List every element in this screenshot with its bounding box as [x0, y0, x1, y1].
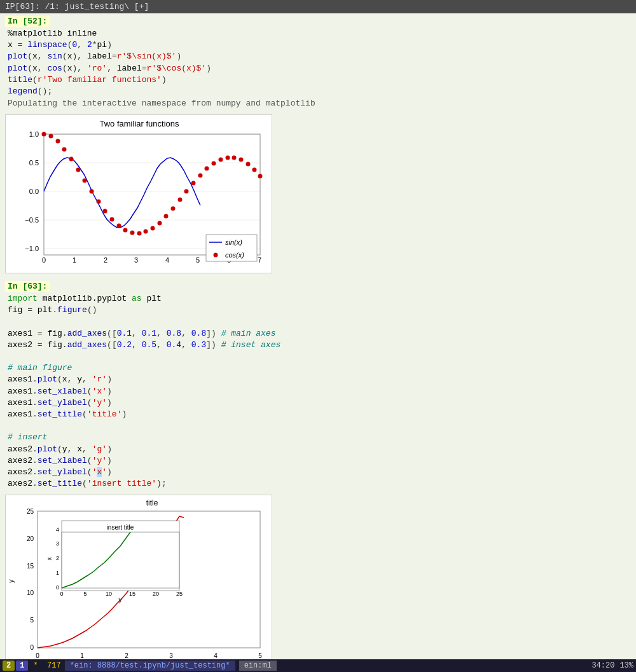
svg-point-43: [205, 167, 209, 171]
code-line: axes2.set_title('insert title');: [8, 478, 631, 490]
svg-text:25: 25: [27, 508, 34, 515]
svg-text:10: 10: [27, 589, 34, 596]
svg-point-46: [226, 156, 230, 160]
svg-point-42: [198, 174, 203, 178]
status-left: 2 1 * 717 *ein: 8888/test.ipynb/just_tes…: [3, 661, 277, 671]
svg-text:cos(x): cos(x): [225, 251, 244, 259]
cell-2: In [63]: import matplotlib.pyplot as plt…: [0, 278, 636, 492]
code-line: legend();: [8, 86, 631, 97]
svg-text:y: y: [119, 596, 122, 603]
svg-text:3: 3: [169, 652, 173, 659]
svg-text:5: 5: [258, 652, 262, 659]
code-line: axes1.set_ylabel('y'): [8, 397, 631, 409]
status-right: 34:20 13%: [591, 661, 633, 670]
plot1-title: Two familiar functions: [100, 119, 179, 128]
status-mode: ein:ml: [239, 661, 277, 671]
svg-point-25: [83, 179, 87, 183]
svg-point-47: [232, 156, 237, 160]
code-line: axes2.plot(y, x, 'g'): [8, 444, 631, 455]
svg-point-30: [117, 224, 121, 228]
svg-text:15: 15: [129, 591, 135, 597]
code-line: plot(x, cos(x), 'ro', label=r'$\cos(x)$'…: [8, 63, 631, 74]
svg-point-35: [151, 226, 155, 231]
plot-2-container: title 0 5 10 15 20 25 0 1 2 3 4 5 x y: [0, 492, 636, 671]
svg-point-50: [252, 168, 257, 172]
code-line: axes1.set_xlabel('x'): [8, 386, 631, 397]
svg-text:5: 5: [83, 591, 86, 597]
svg-point-32: [130, 231, 135, 235]
svg-point-34: [144, 230, 148, 234]
svg-point-21: [56, 139, 60, 144]
code-line: axes2.set_ylabel('x'): [8, 467, 631, 478]
svg-point-44: [212, 161, 216, 166]
code-line: fig = plt.figure(): [8, 305, 631, 316]
svg-text:1: 1: [56, 570, 59, 576]
code-line: axes1 = fig.add_axes([0.1, 0.1, 0.8, 0.8…: [8, 328, 631, 339]
cell-1: In [52]: %matplotlib inline x = linspace…: [0, 13, 636, 112]
plot-1-svg: Two familiar functions 1.0 0.5 0.0 −0.5 …: [5, 114, 272, 273]
plot-1-container: Two familiar functions 1.0 0.5 0.0 −0.5 …: [0, 112, 636, 278]
code-line: %matplotlib inline: [8, 28, 631, 39]
svg-text:3: 3: [56, 540, 59, 547]
svg-text:0.5: 0.5: [29, 159, 39, 167]
code-line: [8, 317, 631, 328]
svg-point-33: [137, 231, 142, 236]
svg-point-45: [219, 158, 223, 162]
title-text: IP[63]: /1: just_testing\ [+]: [5, 2, 149, 11]
svg-point-49: [246, 162, 251, 167]
svg-point-55: [214, 253, 218, 257]
svg-text:insert title: insert title: [107, 524, 134, 531]
svg-text:−1.0: −1.0: [25, 245, 39, 252]
svg-point-23: [69, 157, 74, 161]
plot-2-svg: title 0 5 10 15 20 25 0 1 2 3 4 5 x y: [5, 495, 272, 666]
main-title: title: [146, 498, 158, 507]
code-line: axes2.set_xlabel('y'): [8, 455, 631, 467]
svg-text:0: 0: [56, 584, 59, 591]
code-line: x = linspace(0, 2*pi): [8, 39, 631, 51]
svg-point-28: [103, 209, 107, 214]
svg-text:x: x: [46, 558, 53, 561]
svg-text:0: 0: [42, 256, 46, 264]
svg-point-37: [164, 214, 169, 219]
code-line: # insert: [8, 432, 631, 443]
cell-2-code: import matplotlib.pyplot as plt fig = pl…: [5, 293, 631, 490]
status-bar: 2 1 * 717 *ein: 8888/test.ipynb/just_tes…: [0, 659, 636, 672]
code-line: [8, 351, 631, 362]
code-line: import matplotlib.pyplot as plt: [8, 293, 631, 305]
svg-text:15: 15: [27, 563, 34, 570]
svg-point-22: [62, 147, 67, 152]
status-num-1[interactable]: 1: [16, 661, 28, 671]
scroll-percent: 13%: [619, 661, 633, 670]
svg-point-48: [239, 158, 244, 162]
cell-1-output: Populating the interactive namespace fro…: [5, 97, 631, 109]
svg-point-31: [123, 228, 128, 233]
svg-text:0.0: 0.0: [29, 188, 39, 195]
svg-point-20: [49, 134, 53, 139]
svg-point-29: [110, 217, 114, 222]
cell-1-code: %matplotlib inline x = linspace(0, 2*pi)…: [5, 28, 631, 97]
svg-text:sin(x): sin(x): [225, 238, 242, 246]
svg-text:0: 0: [30, 644, 34, 651]
svg-point-19: [42, 132, 46, 137]
code-line: axes2 = fig.add_axes([0.2, 0.5, 0.4, 0.3…: [8, 339, 631, 351]
svg-text:3: 3: [134, 256, 138, 264]
svg-text:5: 5: [196, 256, 200, 264]
cell-2-label[interactable]: In [63]:: [5, 281, 50, 292]
svg-text:0: 0: [36, 652, 39, 659]
svg-text:25: 25: [176, 591, 183, 597]
svg-point-36: [158, 221, 162, 226]
svg-text:1: 1: [80, 652, 84, 659]
code-line: [8, 420, 631, 432]
cell-1-label[interactable]: In [52]:: [5, 16, 50, 27]
svg-text:0: 0: [60, 591, 63, 597]
svg-text:20: 20: [153, 591, 159, 597]
svg-point-24: [76, 168, 81, 172]
code-line: title(r'Two familiar functions'): [8, 74, 631, 86]
code-line: plot(x, sin(x), label=r'$\sin(x)$'): [8, 51, 631, 62]
status-num-2[interactable]: 2: [3, 661, 15, 671]
cursor-position: 34:20: [591, 661, 614, 670]
svg-text:2: 2: [104, 256, 107, 264]
svg-point-39: [178, 198, 183, 202]
svg-text:5: 5: [30, 617, 34, 624]
svg-point-27: [97, 200, 101, 204]
